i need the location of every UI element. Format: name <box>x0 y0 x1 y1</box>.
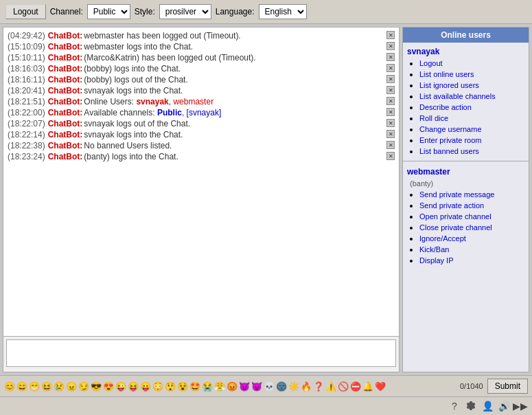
chat-time: (18:22:38) <box>8 141 45 150</box>
emoji-icon[interactable]: 😠 <box>66 381 77 392</box>
chat-time: (18:20:41) <box>8 86 45 96</box>
chat-close-button[interactable]: ✕ <box>386 108 395 116</box>
emoji-icon[interactable]: 👿 <box>251 381 262 392</box>
chat-close-button[interactable]: ✕ <box>386 97 395 105</box>
chat-close-button[interactable]: ✕ <box>386 141 395 149</box>
chat-close-button[interactable]: ✕ <box>386 86 395 94</box>
bottom-icon-bar: ? 👤 🔊 ▶▶ <box>0 396 532 415</box>
content-area: (04:29:42)ChatBot: webmaster has been lo… <box>0 24 532 375</box>
emoji-icon[interactable]: 🌚 <box>276 381 287 392</box>
channel-select[interactable]: Public <box>87 4 130 19</box>
emoji-icon[interactable]: 💀 <box>264 381 275 392</box>
chat-input[interactable] <box>6 339 396 367</box>
emoji-icon[interactable]: 😄 <box>16 381 27 392</box>
emoji-icon[interactable]: 😊 <box>4 381 15 392</box>
chat-message-text: Online Users: svnayak, webmaster <box>84 97 384 106</box>
list-item: Describe action <box>419 102 524 113</box>
table-row: (18:22:00)ChatBot: Available channels: P… <box>6 107 396 118</box>
list-item: Change username <box>419 124 524 135</box>
emoji-icon[interactable]: 😍 <box>103 381 114 392</box>
chat-close-button[interactable]: ✕ <box>386 53 395 61</box>
logout-button[interactable]: Logout <box>5 4 46 19</box>
list-item: List available channels <box>419 91 524 102</box>
emoji-icon[interactable]: 😝 <box>128 381 139 392</box>
emoji-icon[interactable]: 🚫 <box>338 381 349 392</box>
user-menu-item[interactable]: List available channels <box>419 92 496 100</box>
emoji-icon[interactable]: 😏 <box>78 381 89 392</box>
help-icon[interactable]: ? <box>448 400 461 412</box>
user-menu-item[interactable]: List online users <box>419 70 474 78</box>
user-svnayak-link[interactable]: svnayak <box>407 45 524 58</box>
chat-sender: ChatBot: <box>48 42 83 52</box>
list-item: List banned users <box>419 146 524 157</box>
chat-messages[interactable]: (04:29:42)ChatBot: webmaster has been lo… <box>3 27 399 336</box>
send-button[interactable]: Submit <box>487 379 528 394</box>
user-menu-item[interactable]: Kick/Ban <box>419 245 449 254</box>
chat-close-button[interactable]: ✕ <box>386 75 395 83</box>
user-webmaster-link[interactable]: webmaster <box>407 166 524 178</box>
emoji-icon[interactable]: 🔥 <box>301 381 312 392</box>
user-menu-item[interactable]: Enter private room <box>419 136 481 144</box>
chat-close-button[interactable]: ✕ <box>386 130 395 138</box>
forward-icon[interactable]: ▶▶ <box>514 400 527 412</box>
user-menu-item[interactable]: Change username <box>419 125 482 133</box>
emoji-icon[interactable]: ❓ <box>313 381 324 392</box>
chat-message-text: Available channels: Public, [svnayak] <box>84 108 384 117</box>
chat-message-text: webmaster has been logged out (Timeout). <box>84 31 384 41</box>
user-menu-item[interactable]: Logout <box>419 59 443 67</box>
user-menu-item[interactable]: List ignored users <box>419 81 479 89</box>
chat-sender: ChatBot: <box>48 31 83 41</box>
user-menu-item[interactable]: Ignore/Accept <box>419 234 466 243</box>
table-row: (15:10:11)ChatBot: (Marco&Katrin) has be… <box>6 52 396 63</box>
emoji-icon[interactable]: 🔔 <box>362 381 373 392</box>
user-menu-item[interactable]: Describe action <box>419 103 472 111</box>
emoji-icons: 😊😄😁😆😢😠😏😎😍😜😝😛😳😲😵🤩😭😤😡😈👿💀🌚☀️🔥❓⚠️🚫⛔🔔❤️ <box>4 381 460 392</box>
emoji-icon[interactable]: 😆 <box>41 381 52 392</box>
table-row: (18:22:07)ChatBot: svnayak logs out of t… <box>6 118 396 129</box>
chat-message-text: No banned Users listed. <box>84 141 384 150</box>
emoji-icon[interactable]: 😡 <box>227 381 238 392</box>
chat-close-button[interactable]: ✕ <box>386 31 395 39</box>
emoji-icon[interactable]: 😭 <box>202 381 213 392</box>
chat-close-button[interactable]: ✕ <box>386 42 395 50</box>
emoji-icon[interactable]: 😈 <box>239 381 250 392</box>
online-users-header: Online users <box>403 27 529 43</box>
chat-close-button[interactable]: ✕ <box>386 64 395 72</box>
emoji-icon[interactable]: 😎 <box>91 381 102 392</box>
settings-icon[interactable] <box>465 400 477 412</box>
emoji-icon[interactable]: 🤩 <box>189 381 200 392</box>
emoji-icon[interactable]: 😁 <box>29 381 40 392</box>
user-menu-item[interactable]: Send private message <box>419 190 494 199</box>
emoji-icon[interactable]: 😤 <box>214 381 225 392</box>
list-item: Roll dice <box>419 113 524 124</box>
user-icon[interactable]: 👤 <box>481 400 494 412</box>
chat-close-button[interactable]: ✕ <box>386 119 395 127</box>
emoji-icon[interactable]: 😲 <box>165 381 176 392</box>
emoji-icon[interactable]: 😛 <box>140 381 151 392</box>
svnayak-menu: LogoutList online usersList ignored user… <box>407 58 524 157</box>
language-select[interactable]: English <box>259 4 307 19</box>
user-menu-item[interactable]: Open private channel <box>419 212 491 221</box>
emoji-icon[interactable]: ❤️ <box>375 381 386 392</box>
emoji-icon[interactable]: 😳 <box>152 381 163 392</box>
style-select[interactable]: prosilver <box>159 4 211 19</box>
user-menu-item[interactable]: Roll dice <box>419 114 448 122</box>
emoji-icon[interactable]: ⚠️ <box>325 381 336 392</box>
list-item: List online users <box>419 69 524 80</box>
chat-time: (18:22:00) <box>8 108 45 117</box>
emoji-icon[interactable]: ⛔ <box>350 381 361 392</box>
chat-close-button[interactable]: ✕ <box>386 152 395 160</box>
sound-icon[interactable]: 🔊 <box>498 400 510 412</box>
emoji-icon[interactable]: 😵 <box>177 381 188 392</box>
char-count: 0/1040 <box>460 382 483 390</box>
user-menu-item[interactable]: Send private action <box>419 201 484 210</box>
user-menu-item[interactable]: List banned users <box>419 147 479 155</box>
table-row: (18:20:41)ChatBot: svnayak logs into the… <box>6 85 396 96</box>
emoji-icon[interactable]: 😜 <box>115 381 126 392</box>
list-item: List ignored users <box>419 80 524 91</box>
user-menu-item[interactable]: Close private channel <box>419 223 492 232</box>
user-menu-item[interactable]: Display IP <box>419 256 454 265</box>
emoji-icon[interactable]: ☀️ <box>288 381 299 392</box>
user-section-svnayak: svnayak LogoutList online usersList igno… <box>403 43 529 159</box>
emoji-icon[interactable]: 😢 <box>54 381 65 392</box>
